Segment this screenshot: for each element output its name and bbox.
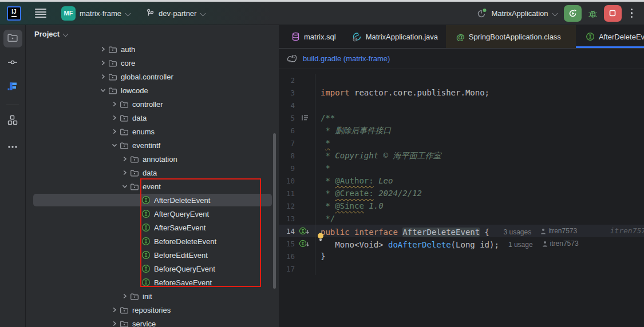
code-line-9[interactable]: 9 * <box>279 162 644 174</box>
code-token: 删除后事件接口 <box>335 126 391 135</box>
code-line-11[interactable]: 11 * @Create: 2024/2/12 <box>279 187 644 200</box>
tree-item-init[interactable]: init <box>26 289 279 303</box>
chevron-right-icon[interactable] <box>109 319 120 327</box>
tree-item-beforequeryevent[interactable]: BeforeQueryEvent <box>26 262 279 276</box>
tree-item-beforedeleteevent[interactable]: BeforeDeleteEvent <box>26 234 279 248</box>
tree-item-repositories[interactable]: repositories <box>26 303 279 317</box>
tree-item-annotation[interactable]: annotation <box>26 152 279 166</box>
tree-item-service[interactable]: service <box>26 317 279 327</box>
code-line-7[interactable]: 7 * <box>279 137 644 149</box>
code-token: @Author: <box>335 176 373 185</box>
code-line-5[interactable]: 5/** <box>279 111 644 124</box>
run-configuration-selector[interactable]: MatrixApplication <box>476 8 558 18</box>
tree-spacer <box>131 264 141 273</box>
code-line-2[interactable]: 2 <box>279 74 644 86</box>
chevron-right-icon[interactable] <box>109 113 120 122</box>
tree-item-eventintf[interactable]: eventintf <box>26 138 279 152</box>
tree-item-auth[interactable]: auth <box>26 42 279 56</box>
author-inlay-hint[interactable]: itren7573 <box>540 225 577 237</box>
tree-item-aftersaveevent[interactable]: AfterSaveEvent <box>26 221 279 234</box>
project-scrollbar[interactable] <box>273 133 276 289</box>
code-line-10[interactable]: 10 * @Author: Leo <box>279 174 644 187</box>
tree-item-data[interactable]: data <box>26 111 279 125</box>
stripe-plugin-f-button[interactable] <box>3 79 22 97</box>
chevron-down-icon[interactable] <box>109 141 120 150</box>
interface-icon <box>141 209 153 218</box>
tree-item-label: repositories <box>131 306 171 314</box>
code-line-16[interactable]: 16} <box>279 250 644 262</box>
stripe-structure-button[interactable] <box>3 112 22 130</box>
line-number: 2 <box>279 76 295 85</box>
code-token: @Create: <box>335 189 373 198</box>
chevron-right-icon[interactable] <box>109 127 120 136</box>
tree-item-core[interactable]: core <box>26 56 279 70</box>
chevron-right-icon[interactable] <box>98 45 108 54</box>
tree-item-afterqueryevent[interactable]: AfterQueryEvent <box>26 207 279 221</box>
run-config-name: MatrixApplication <box>492 9 548 18</box>
tree-item-controller[interactable]: controller <box>26 97 279 111</box>
chevron-right-icon[interactable] <box>98 72 108 81</box>
vcs-branch-widget[interactable]: dev-partner <box>146 9 206 18</box>
stripe-commit-button[interactable] <box>3 54 22 72</box>
tree-item-afterdeleteevent[interactable]: AfterDeleteEvent <box>26 193 279 207</box>
code-token: interface <box>354 228 402 237</box>
tree-item-lowcode[interactable]: lowcode <box>26 83 279 97</box>
chevron-right-icon[interactable] <box>109 305 120 314</box>
ide-window: IJ MF matrix-frame dev-partner <box>0 0 644 327</box>
package-folder-icon <box>108 58 120 67</box>
chevron-right-icon[interactable] <box>120 168 130 177</box>
tree-item-event[interactable]: event <box>26 180 279 193</box>
code-line-14[interactable]: 14public interface AfterDeleteEvent { 3 … <box>279 225 644 237</box>
usages-inlay-hint[interactable]: 1 usage <box>508 238 533 251</box>
chevron-right-icon[interactable] <box>98 58 108 67</box>
intention-lightbulb-icon[interactable] <box>317 232 325 244</box>
code-line-6[interactable]: 6 * 删除后事件接口 <box>279 124 644 137</box>
tree-item-global.controller[interactable]: global.controller <box>26 70 279 83</box>
project-panel-header[interactable]: Project <box>26 25 279 42</box>
gutter: 9 <box>279 162 315 174</box>
stripe-project-button[interactable] <box>3 30 22 47</box>
editor-tab-matrix-sql[interactable]: matrix.sql <box>283 25 344 48</box>
editor-tab-matrixapplication-java[interactable]: MatrixApplication.java <box>344 25 446 48</box>
breadcrumb-gradle-link[interactable]: build.gradle (matrix-frame) <box>303 54 390 63</box>
hamburger-menu-icon[interactable] <box>35 9 46 18</box>
chevron-down-icon <box>63 31 69 37</box>
implemented-interface-gutter-icon[interactable] <box>298 239 312 248</box>
render-doc-gutter-icon[interactable] <box>298 114 312 122</box>
editor-tab-springbootapplication-class[interactable]: @SpringBootApplication.class <box>446 25 576 48</box>
gutter: 10 <box>279 174 315 187</box>
code-editor[interactable]: 23import reactor.core.publisher.Mono;45/… <box>279 69 644 327</box>
chevron-right-icon[interactable] <box>120 154 130 164</box>
interface-icon <box>141 278 153 287</box>
line-number: 11 <box>279 189 295 198</box>
tree-item-beforeeditevent[interactable]: BeforeEditEvent <box>26 248 279 262</box>
toolbar-right-group: MatrixApplication <box>476 5 644 22</box>
more-actions-icon[interactable] <box>627 6 637 21</box>
implemented-interface-gutter-icon[interactable] <box>298 226 312 236</box>
usages-inlay-hint[interactable]: 3 usages <box>503 226 531 238</box>
chevron-down-icon[interactable] <box>120 182 130 191</box>
code-line-13[interactable]: 13 */ <box>279 212 644 225</box>
stop-button[interactable] <box>604 5 622 22</box>
debug-bug-icon[interactable] <box>587 8 598 19</box>
code-line-17[interactable]: 17 <box>279 262 644 275</box>
code-line-4[interactable]: 4 <box>279 99 644 111</box>
code-line-12[interactable]: 12 * @Since 1.0 <box>279 200 644 212</box>
author-inlay-hint[interactable]: itren7573 <box>542 237 579 250</box>
editor-tab-afterdeleteevent[interactable]: AfterDeleteEvent <box>576 25 644 48</box>
code-line-15[interactable]: 15 Mono<Void> doAfterDelete(Long id);1 u… <box>279 237 644 250</box>
code-line-3[interactable]: 3import reactor.core.publisher.Mono; <box>279 86 644 99</box>
gutter: 7 <box>279 137 315 149</box>
stripe-more-button[interactable] <box>3 137 22 154</box>
tree-item-enums[interactable]: enums <box>26 125 279 138</box>
code-line-8[interactable]: 8 * Copyright © 海平面工作室 <box>279 149 644 162</box>
chevron-right-icon[interactable] <box>109 99 120 109</box>
database-icon <box>291 32 300 41</box>
chevron-right-icon[interactable] <box>120 292 130 301</box>
structure-icon <box>7 115 18 127</box>
chevron-down-icon[interactable] <box>98 86 108 95</box>
rerun-button[interactable] <box>564 5 582 22</box>
tree-item-data[interactable]: data <box>26 166 279 180</box>
project-widget[interactable]: MF matrix-frame <box>61 6 131 21</box>
tree-item-beforesaveevent[interactable]: BeforeSaveEvent <box>26 276 279 289</box>
